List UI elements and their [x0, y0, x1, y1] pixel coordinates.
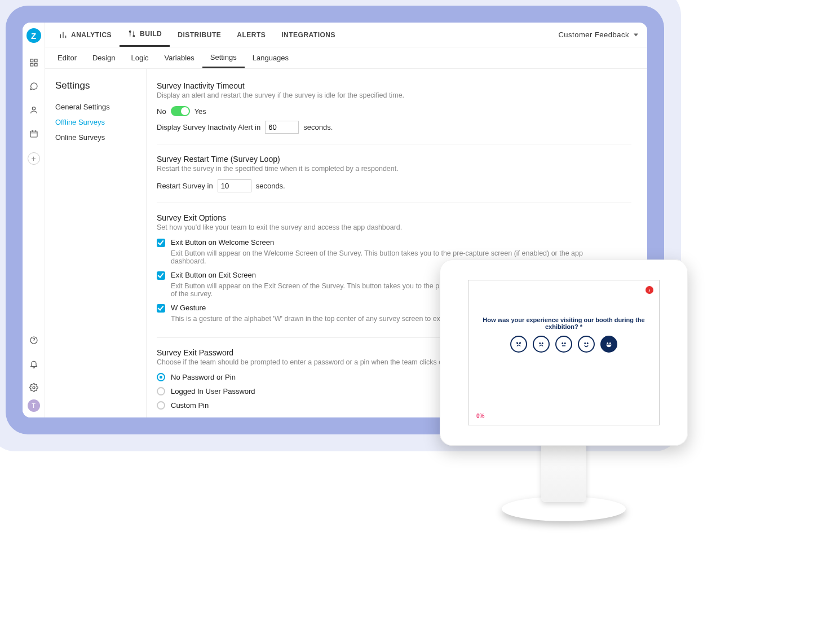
radio-custom-pin[interactable]: Custom Pin	[157, 401, 631, 410]
chat-icon[interactable]	[28, 80, 40, 93]
section-exit-password: Survey Exit Password Choose if the team …	[157, 338, 631, 417]
checkbox-exit-exitscreen[interactable]	[157, 271, 165, 280]
svg-rect-0	[30, 59, 33, 62]
gear-icon[interactable]	[28, 381, 40, 394]
restart-line-pre: Restart Survey in	[157, 182, 213, 190]
svg-rect-2	[30, 63, 33, 66]
section-restart-loop: Survey Restart Time (Survey Loop) Restar…	[157, 144, 631, 203]
radio-no-password[interactable]: No Password or Pin	[157, 373, 631, 381]
svg-point-7	[33, 386, 35, 389]
brand-logo[interactable]: Z	[26, 28, 41, 43]
exit-pw-title: Survey Exit Password	[157, 348, 631, 357]
exit-pw-desc: Choose if the team should be prompted to…	[157, 358, 631, 366]
nav-analytics-label: ANALYTICS	[71, 31, 112, 39]
nav-integrations[interactable]: INTEGRATIONS	[273, 23, 343, 47]
radio-user-password-dot	[157, 387, 165, 395]
checkbox-exit-welcome-desc: Exit Button will appear on the Welcome S…	[171, 249, 631, 265]
radio-user-password-label: Logged In User Password	[171, 387, 255, 395]
help-icon[interactable]	[28, 334, 40, 346]
radio-custom-pin-dot	[157, 401, 165, 410]
checkbox-w-gesture-label: W Gesture	[171, 304, 206, 312]
timeout-no-label: No	[157, 107, 166, 116]
svg-rect-3	[34, 63, 37, 66]
subnav-editor[interactable]: Editor	[50, 47, 85, 68]
timeout-toggle[interactable]	[171, 106, 190, 116]
top-nav: ANALYTICS BUILD DISTRIBUTE ALERTS INTEGR…	[45, 23, 647, 47]
timeout-line-post: seconds.	[303, 123, 333, 131]
checkbox-w-gesture[interactable]	[157, 304, 165, 313]
subnav-settings[interactable]: Settings	[202, 47, 245, 68]
nav-alerts[interactable]: ALERTS	[229, 23, 273, 47]
user-icon[interactable]	[28, 104, 40, 116]
sidepanel-offline[interactable]: Offline Surveys	[55, 115, 136, 130]
restart-line-post: seconds.	[256, 182, 285, 190]
timeout-line-pre: Display Survey Inactivity Alert in	[157, 123, 260, 131]
svg-point-4	[32, 107, 35, 110]
section-inactivity-timeout: Survey Inactivity Timeout Display an ale…	[157, 79, 631, 144]
left-rail: Z + T	[23, 23, 45, 417]
subnav-design[interactable]: Design	[85, 47, 123, 68]
timeout-desc: Display an alert and restart the survey …	[157, 91, 631, 99]
restart-desc: Restart the survey in the specified time…	[157, 165, 631, 173]
radio-user-password[interactable]: Logged In User Password	[157, 387, 631, 395]
timeout-yes-label: Yes	[194, 107, 206, 116]
bell-icon[interactable]	[28, 358, 40, 370]
checkbox-exit-welcome-label: Exit Button on Welcome Screen	[171, 238, 274, 247]
timeout-value-input[interactable]	[265, 121, 299, 134]
calendar-icon[interactable]	[28, 127, 40, 140]
sub-nav: Editor Design Logic Variables Settings L…	[45, 47, 647, 69]
nav-build-label: BUILD	[140, 30, 162, 38]
exit-opts-desc: Set how you'd like your team to exit the…	[157, 223, 631, 231]
app-window: Z + T ANALYTICS BUILD	[23, 23, 647, 417]
subnav-languages[interactable]: Languages	[245, 47, 297, 68]
radio-custom-pin-label: Custom Pin	[171, 401, 209, 410]
dashboard-icon[interactable]	[28, 56, 40, 69]
restart-title: Survey Restart Time (Survey Loop)	[157, 155, 631, 164]
checkbox-w-gesture-desc: This is a gesture of the alphabet 'W' dr…	[171, 315, 631, 323]
checkbox-exit-welcome[interactable]	[157, 239, 165, 247]
exit-opts-title: Survey Exit Options	[157, 213, 631, 222]
nav-analytics[interactable]: ANALYTICS	[51, 23, 120, 47]
sidepanel-heading: Settings	[55, 80, 136, 91]
svg-rect-5	[30, 131, 37, 137]
svg-rect-1	[34, 59, 37, 62]
restart-value-input[interactable]	[218, 179, 251, 192]
project-name: Customer Feedback	[558, 30, 629, 39]
subnav-variables[interactable]: Variables	[157, 47, 202, 68]
checkbox-exit-exitscreen-desc: Exit Button will appear on the Exit Scre…	[171, 282, 631, 298]
sidepanel-online[interactable]: Online Surveys	[55, 130, 136, 145]
add-button[interactable]: +	[28, 152, 40, 165]
timeout-title: Survey Inactivity Timeout	[157, 81, 631, 90]
user-avatar[interactable]: T	[28, 399, 40, 412]
section-exit-options: Survey Exit Options Set how you'd like y…	[157, 203, 631, 338]
nav-build[interactable]: BUILD	[120, 23, 170, 47]
radio-no-password-label: No Password or Pin	[171, 373, 236, 381]
radio-no-password-dot	[157, 373, 165, 381]
subnav-logic[interactable]: Logic	[123, 47, 156, 68]
sidepanel-general[interactable]: General Settings	[55, 99, 136, 115]
nav-distribute[interactable]: DISTRIBUTE	[170, 23, 229, 47]
settings-sidepanel: Settings General Settings Offline Survey…	[45, 69, 147, 417]
settings-content: Survey Inactivity Timeout Display an ale…	[147, 69, 647, 417]
checkbox-exit-exitscreen-label: Exit Button on Exit Screen	[171, 271, 256, 279]
project-dropdown[interactable]: Customer Feedback	[555, 28, 642, 41]
